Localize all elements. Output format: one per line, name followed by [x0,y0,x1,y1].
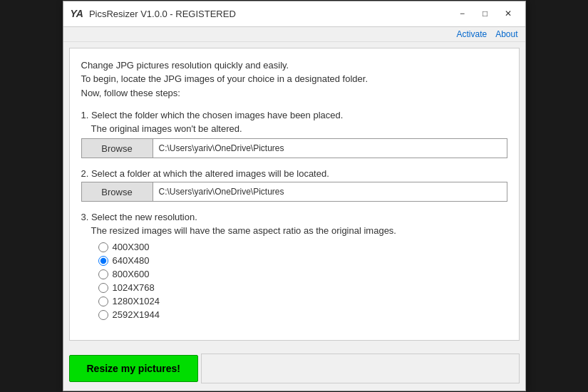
step1-section: 1. Select the folder which the chosen im… [81,110,507,158]
resolution-label-800x600: 800X600 [113,269,150,279]
resize-button[interactable]: Resize my pictures! [69,355,199,382]
step3-sublabel: The resized images will have the same as… [91,225,507,236]
resolution-label-400x300: 400X300 [113,242,150,252]
step2-browse-row: Browse C:\Users\yariv\OneDrive\Pictures [81,182,507,202]
intro-section: Change JPG pictures resolution quickly a… [81,58,507,100]
resolution-option-1280x1024[interactable]: 1280X1024 [98,296,507,306]
resolution-radio-1024x768[interactable] [98,283,108,293]
intro-line2: To begin, locate the JPG images of your … [81,72,507,86]
window-controls: − □ ✕ [453,6,518,21]
resolution-label-1280x1024: 1280X1024 [113,296,160,306]
intro-line1: Change JPG pictures resolution quickly a… [81,58,507,73]
menu-bar: Activate About [63,27,525,42]
minimize-button[interactable]: − [453,6,473,21]
resolution-group: 400X300640X480800X6001024X7681280X102425… [98,242,507,320]
resolution-radio-800x600[interactable] [98,269,108,279]
restore-button[interactable]: □ [475,6,495,21]
footer: Resize my pictures! [63,346,525,391]
main-content: Change JPG pictures resolution quickly a… [69,48,520,341]
step1-label: 1. Select the folder which the chosen im… [81,110,507,120]
resolution-option-400x300[interactable]: 400X300 [98,242,507,252]
resolution-radio-400x300[interactable] [98,242,108,252]
close-button[interactable]: ✕ [498,6,518,21]
footer-spacer [201,354,520,383]
app-window: YA PicsResizer V1.0.0 - REGISTERED − □ ✕… [63,1,526,392]
window-title: PicsResizer V1.0.0 - REGISTERED [89,9,236,19]
resolution-label-640x480: 640X480 [113,255,150,266]
resolution-label-1024x768: 1024X768 [113,282,155,293]
resolution-option-800x600[interactable]: 800X600 [98,269,507,279]
resolution-option-2592x1944[interactable]: 2592X1944 [98,309,507,320]
resolution-label-2592x1944: 2592X1944 [113,309,160,320]
resolution-radio-1280x1024[interactable] [98,296,108,306]
step1-sublabel: The original images won't be altered. [91,123,507,134]
resolution-option-1024x768[interactable]: 1024X768 [98,282,507,293]
resolution-option-640x480[interactable]: 640X480 [98,255,507,266]
resolution-radio-2592x1944[interactable] [98,310,108,320]
step1-browse-row: Browse C:\Users\yariv\OneDrive\Pictures [81,138,507,158]
resolution-radio-640x480[interactable] [98,256,108,266]
step2-section: 2. Select a folder at which the altered … [81,168,507,202]
step1-browse-button[interactable]: Browse [82,139,153,158]
title-bar-left: YA PicsResizer V1.0.0 - REGISTERED [71,8,236,19]
title-bar: YA PicsResizer V1.0.0 - REGISTERED − □ ✕ [63,1,525,27]
step2-label: 2. Select a folder at which the altered … [81,168,507,179]
step3-section: 3. Select the new resolution. The resize… [81,212,507,320]
step2-browse-button[interactable]: Browse [82,182,153,201]
activate-link[interactable]: Activate [456,29,487,39]
step1-path: C:\Users\yariv\OneDrive\Pictures [153,139,507,158]
about-link[interactable]: About [495,29,517,39]
step3-label: 3. Select the new resolution. [81,212,507,222]
intro-line3: Now, follow these steps: [81,86,507,100]
step2-path: C:\Users\yariv\OneDrive\Pictures [153,182,507,201]
app-logo: YA [71,8,83,19]
